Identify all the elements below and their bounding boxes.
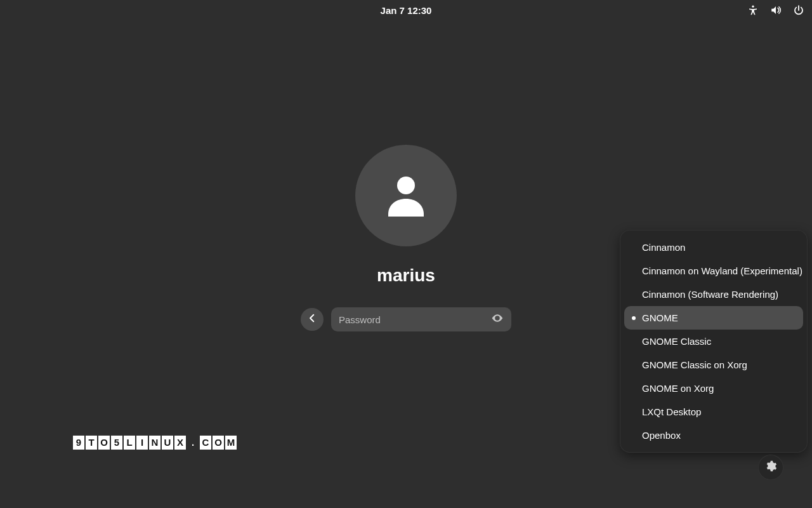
watermark-char: I — [136, 436, 148, 450]
username-label: marius — [377, 265, 435, 286]
session-settings-button[interactable] — [758, 455, 783, 480]
session-item[interactable]: GNOME Classic on Xorg — [624, 353, 803, 377]
svg-point-1 — [397, 177, 415, 194]
watermark-char: 9 — [73, 436, 84, 450]
chevron-left-icon — [306, 312, 318, 326]
watermark-char: O — [98, 436, 110, 450]
clock[interactable]: Jan 7 12:30 — [381, 5, 432, 16]
power-icon[interactable] — [793, 4, 804, 16]
svg-point-0 — [752, 6, 754, 8]
session-item[interactable]: Cinnamon on Wayland (Experimental) — [624, 259, 803, 283]
watermark-char: O — [213, 436, 224, 450]
user-avatar[interactable] — [355, 145, 457, 246]
session-item-label: GNOME Classic on Xorg — [642, 359, 747, 370]
session-item-label: GNOME — [642, 312, 678, 323]
password-field — [331, 307, 511, 331]
back-button[interactable] — [301, 308, 324, 331]
gear-icon — [764, 460, 777, 475]
top-bar: Jan 7 12:30 — [0, 0, 812, 20]
watermark-char: T — [86, 436, 97, 450]
selected-dot-icon — [632, 316, 636, 320]
login-panel: marius — [301, 145, 511, 331]
session-item-label: Cinnamon — [642, 242, 685, 253]
session-item-label: GNOME Classic — [642, 336, 711, 347]
session-item-label: Cinnamon on Wayland (Experimental) — [642, 265, 802, 276]
watermark-char: M — [225, 436, 237, 450]
session-item-label: Openbox — [642, 430, 681, 441]
session-item[interactable]: Cinnamon — [624, 236, 803, 259]
person-icon — [379, 168, 433, 224]
session-item-label: LXQt Desktop — [642, 406, 701, 417]
session-item[interactable]: GNOME — [624, 306, 803, 330]
svg-point-2 — [496, 317, 499, 319]
watermark-char: L — [124, 436, 135, 450]
session-item[interactable]: GNOME on Xorg — [624, 377, 803, 400]
system-tray — [747, 0, 804, 20]
reveal-password-button[interactable] — [490, 312, 505, 327]
watermark-char: N — [149, 436, 160, 450]
auth-row — [301, 307, 511, 331]
session-item[interactable]: Openbox — [624, 424, 803, 447]
watermark: 9TO5LINUX.COM — [73, 436, 237, 450]
session-item-label: Cinnamon (Software Rendering) — [642, 289, 778, 300]
session-item[interactable]: LXQt Desktop — [624, 400, 803, 424]
password-input[interactable] — [339, 314, 490, 325]
eye-icon — [491, 312, 504, 327]
watermark-char: U — [162, 436, 173, 450]
accessibility-icon[interactable] — [747, 4, 759, 16]
session-menu: CinnamonCinnamon on Wayland (Experimenta… — [620, 230, 808, 453]
session-item-label: GNOME on Xorg — [642, 383, 714, 394]
watermark-char: C — [200, 436, 211, 450]
watermark-char: 5 — [111, 436, 122, 450]
volume-icon[interactable] — [770, 4, 782, 16]
watermark-char: X — [174, 436, 186, 450]
session-item[interactable]: Cinnamon (Software Rendering) — [624, 283, 803, 306]
watermark-char: . — [187, 436, 199, 450]
session-item[interactable]: GNOME Classic — [624, 330, 803, 353]
